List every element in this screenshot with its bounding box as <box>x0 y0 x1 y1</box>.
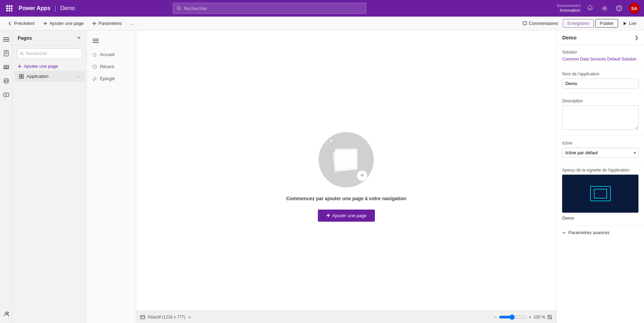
svg-point-33 <box>4 79 8 81</box>
svg-rect-5 <box>11 8 12 9</box>
nav-home-item[interactable]: Accueil <box>87 48 136 61</box>
save-button[interactable]: Enregistrer <box>563 19 594 28</box>
svg-rect-1 <box>9 5 10 7</box>
thumbnail-section: Aperçu de la vignette de l'application D… <box>557 163 644 226</box>
back-button[interactable]: Précédent <box>4 19 38 27</box>
env-info: Environnement Innovation <box>557 4 580 13</box>
secondary-toolbar: Précédent Ajouter une page Paramètres ..… <box>0 17 644 30</box>
description-input[interactable] <box>562 105 638 130</box>
solution-label: Solution <box>562 50 638 55</box>
svg-rect-3 <box>6 8 8 9</box>
svg-rect-7 <box>9 10 10 11</box>
svg-rect-44 <box>22 77 23 79</box>
placeholder-icon: ✦ ✦ ✦ ✦ + <box>319 132 374 187</box>
search-input[interactable] <box>184 6 362 11</box>
pages-panel: Pages ✕ Ajouter une page Application <box>13 30 87 323</box>
icon-section: Icône Icône par défaut <box>557 136 644 163</box>
pages-item-label: Application <box>27 74 74 79</box>
zoom-fit-icon[interactable] <box>547 315 552 320</box>
svg-rect-4 <box>9 8 10 9</box>
nav-recent-item[interactable]: Récent <box>87 61 136 73</box>
users-icon[interactable] <box>0 308 12 320</box>
save-label: Enregistrer <box>567 21 589 26</box>
thumbnail-label: Aperçu de la vignette de l'application <box>562 168 638 173</box>
search-bar[interactable] <box>173 3 366 14</box>
data-icon[interactable] <box>0 61 12 73</box>
topbar-demo-name: Demo <box>60 5 75 11</box>
right-panel-header: Demo ❯ <box>557 30 644 45</box>
advanced-label: Paramètres avancés <box>568 230 609 235</box>
notification-icon[interactable] <box>585 3 595 13</box>
nav-hamburger-icon[interactable] <box>89 35 102 47</box>
media-icon[interactable] <box>0 89 12 101</box>
icon-bar <box>0 30 13 323</box>
pages-header: Pages ✕ <box>13 30 86 46</box>
responsive-label: Réactif (1216 x 777) <box>148 315 185 320</box>
svg-point-36 <box>7 312 9 313</box>
publish-label: Publier <box>600 21 614 26</box>
pages-search-input[interactable] <box>26 51 79 56</box>
pages-item-more-button[interactable]: ··· <box>76 74 80 79</box>
env-label: Environnement <box>557 4 580 8</box>
help-icon[interactable]: ? <box>614 3 624 13</box>
settings-toolbar-button[interactable]: Paramètres <box>88 19 125 27</box>
canvas-add-page-label: Ajouter une page <box>332 213 367 218</box>
waffle-icon[interactable] <box>4 3 15 13</box>
zoom-control: − + 100 % <box>494 314 552 320</box>
svg-rect-42 <box>22 74 23 76</box>
add-page-toolbar-button[interactable]: Ajouter une page <box>39 19 87 27</box>
svg-rect-22 <box>4 50 8 56</box>
pages-icon[interactable] <box>0 47 12 59</box>
settings-icon[interactable] <box>600 3 609 13</box>
read-button[interactable]: Lire <box>619 19 640 27</box>
solution-section: Solution Common Data Services Default So… <box>557 45 644 67</box>
right-panel-collapse-button[interactable]: ❯ <box>635 35 638 40</box>
pages-search[interactable] <box>17 48 82 59</box>
pages-item-application[interactable]: Application ··· <box>14 71 85 82</box>
svg-point-35 <box>5 312 7 314</box>
topbar-logo: Power Apps <box>19 5 50 11</box>
nav-pinned-label: Épinglé <box>100 76 115 81</box>
canvas-add-page-button[interactable]: Ajouter une page <box>318 210 375 222</box>
topbar: Power Apps | Demo Environnement Innovati… <box>0 0 644 17</box>
nav-home-label: Accueil <box>100 52 114 57</box>
nav-pinned-item[interactable]: Épinglé <box>87 73 136 85</box>
close-pages-button[interactable]: ✕ <box>76 35 82 41</box>
app-name-label: Power Apps <box>19 5 50 11</box>
svg-point-37 <box>20 52 22 54</box>
svg-line-10 <box>180 9 181 10</box>
nav-panel: Accueil Récent Épinglé <box>87 30 136 323</box>
canvas-area: ✦ ✦ ✦ ✦ + Commencez par ajouter une page… <box>136 30 556 323</box>
nav-recent-label: Récent <box>100 64 114 69</box>
publish-button[interactable]: Publier <box>595 19 618 28</box>
svg-rect-43 <box>19 77 21 79</box>
app-name-input[interactable] <box>562 79 638 89</box>
app-thumbnail <box>562 175 638 213</box>
icon-select[interactable]: Icône par défaut <box>562 148 638 158</box>
svg-point-9 <box>177 7 180 10</box>
add-page-toolbar-label: Ajouter une page <box>49 21 84 26</box>
svg-rect-6 <box>6 10 8 11</box>
zoom-plus[interactable]: + <box>529 314 531 320</box>
database-icon[interactable] <box>0 75 12 87</box>
svg-rect-8 <box>11 10 12 11</box>
zoom-slider[interactable] <box>499 314 527 320</box>
zoom-minus[interactable]: − <box>494 314 497 320</box>
hamburger-icon[interactable] <box>0 33 12 46</box>
more-toolbar-button[interactable]: ... <box>127 19 138 27</box>
zoom-percent: 100 % <box>533 315 545 320</box>
add-page-panel-button[interactable]: Ajouter une page <box>13 62 86 71</box>
user-avatar[interactable]: SA <box>629 3 640 14</box>
svg-line-38 <box>22 54 23 55</box>
main-layout: Pages ✕ Ajouter une page Application <box>0 30 644 323</box>
solution-value: Common Data Services Default Solution <box>562 57 638 62</box>
svg-marker-18 <box>624 22 626 25</box>
topbar-separator: | <box>55 5 56 12</box>
canvas-bottombar: Réactif (1216 x 777) − + 100 % <box>136 311 556 323</box>
comments-button[interactable]: Commentaires <box>519 19 562 27</box>
toolbar-right: Commentaires Enregistrer Publier Lire <box>519 19 640 28</box>
svg-rect-54 <box>550 317 551 319</box>
description-section: Description <box>557 94 644 136</box>
advanced-section[interactable]: Paramètres avancés <box>557 226 644 239</box>
icon-select-wrapper: Icône par défaut <box>562 148 638 158</box>
